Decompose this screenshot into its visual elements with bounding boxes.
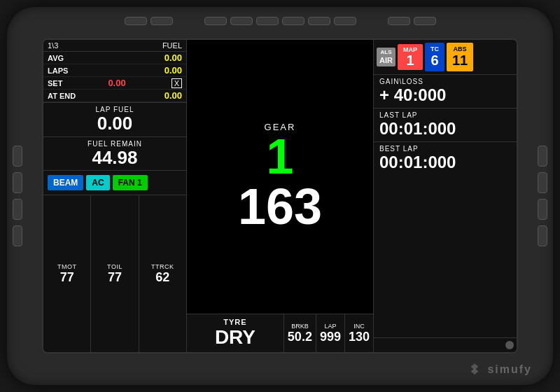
top-notches — [7, 17, 553, 25]
top-notch — [282, 17, 304, 25]
fuel-header: 1\3 FUEL — [43, 40, 186, 52]
laps-value: 0.00 — [164, 65, 182, 76]
fuel-remain-section: FUEL REMAIN 44.98 — [43, 137, 186, 172]
fuel-rows: AVG 0.00 LAPS 0.00 SET 0.00 X AT END 0 — [43, 52, 186, 102]
center-bottom-row: TYRE DRY BRKB 50.2 LAP 999 INC 130 — [187, 314, 373, 352]
fuel-row-set: SET 0.00 X — [43, 77, 186, 90]
left-btn-4[interactable] — [13, 225, 22, 246]
beam-ac-section: BEAM AC FAN 1 — [43, 171, 186, 195]
abs-badge: ABS 11 — [447, 43, 473, 71]
brand-area: simufy — [468, 363, 532, 377]
top-notch — [388, 17, 410, 25]
ttrck-label: TTRCK — [141, 263, 185, 270]
x-button[interactable]: X — [172, 78, 182, 88]
brkb-value: 50.2 — [288, 330, 312, 344]
best-lap-value: 00:01:000 — [379, 153, 511, 172]
last-lap-label: LAST LAP — [379, 111, 511, 119]
left-btn-1[interactable] — [13, 146, 22, 167]
left-side-buttons — [13, 146, 22, 246]
avg-label: AVG — [48, 54, 64, 62]
inc-value: 130 — [349, 330, 370, 344]
als-map-tc-abs-row: ALS AIR MAP 1 TC 6 ABS 11 — [374, 40, 517, 75]
fuel-row-laps: LAPS 0.00 — [43, 64, 186, 77]
tmot-value: 77 — [45, 270, 89, 285]
avg-value: 0.00 — [164, 52, 182, 63]
lap-cell: LAP 999 — [316, 314, 345, 352]
fan-badge: FAN 1 — [113, 175, 148, 190]
right-btn-1[interactable] — [538, 146, 547, 167]
fuel-section: 1\3 FUEL AVG 0.00 LAPS 0.00 SET 0.00 — [43, 40, 186, 103]
right-btn-2[interactable] — [538, 172, 547, 193]
set-value: 0.00 — [108, 78, 125, 88]
right-btn-3[interactable] — [538, 199, 547, 220]
indicator-dot — [505, 341, 514, 349]
toil-cell: TOIL 77 — [91, 195, 139, 352]
tmot-cell: TMOT 77 — [43, 195, 91, 352]
top-notch — [414, 17, 436, 25]
tc-badge: TC 6 — [425, 43, 444, 71]
tyre-label: TYRE — [190, 318, 280, 326]
lap-fuel-section: LAP FUEL 0.00 — [43, 103, 186, 137]
gain-loss-section: GAIN\LOSS + 40:000 — [374, 75, 517, 108]
gain-loss-label: GAIN\LOSS — [379, 78, 511, 85]
tmot-label: TMOT — [45, 263, 89, 270]
beam-badge: BEAM — [48, 175, 83, 190]
fuel-remain-label: FUEL REMAIN — [46, 140, 183, 148]
last-lap-value: 00:01:000 — [379, 119, 511, 139]
lap-fuel-value: 0.00 — [46, 113, 183, 134]
atend-label: AT END — [48, 92, 76, 100]
lap-value: 999 — [320, 330, 341, 344]
fuel-remain-value: 44.98 — [46, 148, 183, 168]
abs-label: ABS — [452, 46, 468, 52]
set-label: SET — [48, 79, 62, 88]
brkb-lap-inc: BRKB 50.2 LAP 999 INC 130 — [284, 314, 373, 352]
lap-indicator: 1\3 — [48, 41, 58, 50]
tc-label: TC — [430, 46, 439, 52]
top-notch — [230, 17, 253, 25]
top-notch — [150, 17, 173, 25]
toil-value: 77 — [92, 270, 136, 285]
als-badge: ALS AIR — [377, 48, 396, 66]
map-badge: MAP 1 — [398, 44, 423, 70]
right-panel: ALS AIR MAP 1 TC 6 ABS 11 GAIN\LOSS — [373, 40, 517, 352]
screen: 1\3 FUEL AVG 0.00 LAPS 0.00 SET 0.00 — [42, 38, 518, 354]
right-bottom — [374, 338, 517, 352]
left-btn-2[interactable] — [13, 172, 22, 193]
top-notch — [308, 17, 330, 25]
top-notch — [204, 17, 227, 25]
top-notch — [256, 17, 279, 25]
ttrck-value: 62 — [141, 270, 185, 285]
best-lap-label: BEST LAP — [379, 145, 511, 153]
top-notch — [334, 17, 356, 25]
abs-value: 11 — [452, 52, 468, 69]
brand-name: simufy — [487, 363, 532, 376]
gain-loss-value: + 40:000 — [379, 85, 511, 105]
laps-label: LAPS — [48, 66, 68, 75]
left-panel: 1\3 FUEL AVG 0.00 LAPS 0.00 SET 0.00 — [43, 40, 187, 352]
ac-badge: AC — [86, 175, 109, 190]
speed-value: 163 — [238, 181, 322, 232]
fuel-row-avg: AVG 0.00 — [43, 52, 186, 64]
tyre-section: TYRE DRY — [187, 314, 284, 352]
device: 1\3 FUEL AVG 0.00 LAPS 0.00 SET 0.00 — [7, 7, 553, 385]
atend-value: 0.00 — [164, 90, 182, 101]
best-lap-section: BEST LAP 00:01:000 — [374, 142, 517, 338]
right-side-buttons — [538, 146, 547, 246]
tyre-value: DRY — [190, 326, 280, 349]
gear-speed-section: GEAR 1 163 — [187, 40, 373, 314]
left-btn-3[interactable] — [13, 199, 22, 220]
als-top-label: ALS — [379, 49, 393, 56]
inc-label: INC — [349, 323, 370, 330]
als-bottom-label: AIR — [379, 56, 393, 65]
last-lap-section: LAST LAP 00:01:000 — [374, 108, 517, 142]
map-value: 1 — [403, 53, 417, 67]
top-notch — [125, 17, 147, 25]
toil-label: TOIL — [92, 263, 136, 270]
brkb-label: BRKB — [288, 323, 312, 330]
bottom-stats: TMOT 77 TOIL 77 TTRCK 62 — [43, 195, 186, 352]
simufy-icon — [468, 363, 482, 377]
ttrck-cell: TTRCK 62 — [139, 195, 186, 352]
right-btn-4[interactable] — [538, 225, 547, 246]
fuel-row-atend: AT END 0.00 — [43, 90, 186, 102]
inc-cell: INC 130 — [345, 314, 373, 352]
